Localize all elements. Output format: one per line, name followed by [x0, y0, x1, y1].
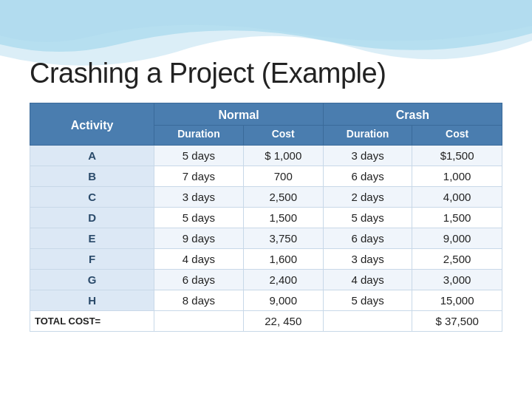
total-row: TOTAL COST= 22, 450 $ 37,500: [30, 311, 502, 332]
cell-normal-cost: 2,400: [243, 270, 323, 290]
cell-crash-cost: 2,500: [412, 249, 502, 270]
cell-crash-cost: 15,000: [412, 290, 502, 311]
cell-normal-duration: 5 days: [154, 208, 243, 228]
table-row: F 4 days 1,600 3 days 2,500: [30, 249, 502, 270]
cell-normal-cost: 1,600: [243, 249, 323, 270]
cell-activity: H: [30, 290, 154, 311]
cell-normal-duration: 4 days: [154, 249, 243, 270]
table-row: A 5 days $ 1,000 3 days $1,500: [30, 146, 502, 166]
cell-activity: E: [30, 228, 154, 249]
cell-crash-duration: 3 days: [323, 249, 412, 270]
cell-crash-duration: 6 days: [323, 166, 412, 187]
cell-activity: B: [30, 166, 154, 187]
header-normal-cost: Cost: [243, 126, 323, 146]
cell-total-crash-cost: $ 37,500: [412, 311, 502, 332]
cell-activity: D: [30, 208, 154, 228]
cell-activity: F: [30, 249, 154, 270]
table-row: G 6 days 2,400 4 days 3,000: [30, 270, 502, 290]
cell-normal-cost: $ 1,000: [243, 146, 323, 166]
cell-normal-duration: 7 days: [154, 166, 243, 187]
header-normal-group: Normal: [154, 103, 324, 126]
header-crash-cost: Cost: [412, 126, 502, 146]
cell-crash-cost: 1,500: [412, 208, 502, 228]
cell-crash-cost: 3,000: [412, 270, 502, 290]
table-row: H 8 days 9,000 5 days 15,000: [30, 290, 502, 311]
cell-normal-cost: 2,500: [243, 187, 323, 208]
table-row: D 5 days 1,500 5 days 1,500: [30, 208, 502, 228]
cell-crash-duration: 6 days: [323, 228, 412, 249]
cell-normal-cost: 3,750: [243, 228, 323, 249]
cell-normal-duration: 5 days: [154, 146, 243, 166]
cell-crash-duration: 4 days: [323, 270, 412, 290]
header-crash-duration: Duration: [323, 126, 412, 146]
header-normal-duration: Duration: [154, 126, 243, 146]
cell-normal-cost: 1,500: [243, 208, 323, 228]
cell-crash-cost: 4,000: [412, 187, 502, 208]
table-row: B 7 days 700 6 days 1,000: [30, 166, 502, 187]
project-table: Activity Normal Crash Duration Cost Dura…: [30, 103, 502, 332]
page-title: Crashing a Project (Example): [30, 58, 502, 89]
cell-crash-cost: $1,500: [412, 146, 502, 166]
cell-crash-duration: 5 days: [323, 208, 412, 228]
cell-total-label: TOTAL COST=: [30, 311, 154, 332]
cell-total-normal-duration: [154, 311, 243, 332]
table-row: C 3 days 2,500 2 days 4,000: [30, 187, 502, 208]
cell-normal-duration: 6 days: [154, 270, 243, 290]
cell-normal-duration: 3 days: [154, 187, 243, 208]
cell-crash-cost: 9,000: [412, 228, 502, 249]
header-activity: Activity: [30, 103, 154, 146]
cell-crash-duration: 2 days: [323, 187, 412, 208]
table-row: E 9 days 3,750 6 days 9,000: [30, 228, 502, 249]
cell-total-normal-cost: 22, 450: [243, 311, 323, 332]
cell-activity: G: [30, 270, 154, 290]
cell-normal-duration: 9 days: [154, 228, 243, 249]
cell-activity: A: [30, 146, 154, 166]
cell-crash-cost: 1,000: [412, 166, 502, 187]
cell-activity: C: [30, 187, 154, 208]
header-crash-group: Crash: [323, 103, 502, 126]
cell-total-crash-duration: [323, 311, 412, 332]
cell-crash-duration: 5 days: [323, 290, 412, 311]
cell-crash-duration: 3 days: [323, 146, 412, 166]
cell-normal-duration: 8 days: [154, 290, 243, 311]
cell-normal-cost: 700: [243, 166, 323, 187]
cell-normal-cost: 9,000: [243, 290, 323, 311]
